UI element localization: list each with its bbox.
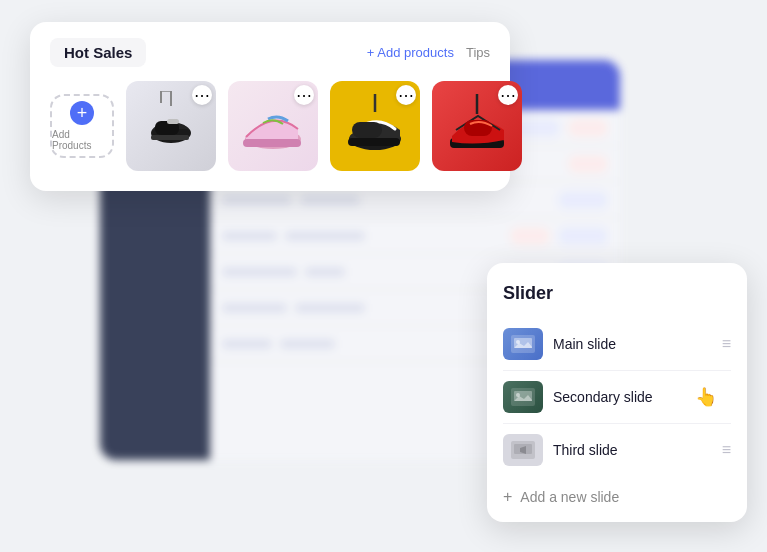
product-menu-icon-4[interactable]: ⋯ bbox=[498, 85, 518, 105]
product-menu-icon-2[interactable]: ⋯ bbox=[294, 85, 314, 105]
product-thumb-3: ⋯ bbox=[330, 81, 420, 171]
slide-item-third[interactable]: Third slide ≡ bbox=[503, 424, 731, 476]
svg-rect-6 bbox=[151, 135, 189, 140]
product-menu-icon-1[interactable]: ⋯ bbox=[192, 85, 212, 105]
product-menu-icon-3[interactable]: ⋯ bbox=[396, 85, 416, 105]
tips-button[interactable]: Tips bbox=[466, 45, 490, 60]
product-thumb-4: ⋯ bbox=[432, 81, 522, 171]
plus-circle-icon: + bbox=[70, 101, 94, 125]
add-slide-button[interactable]: + Add a new slide bbox=[503, 476, 731, 506]
svg-rect-8 bbox=[167, 119, 179, 124]
slide-menu-icon-third[interactable]: ≡ bbox=[722, 442, 731, 458]
add-products-button[interactable]: + Add products bbox=[367, 45, 454, 60]
slide-menu-icon-main[interactable]: ≡ bbox=[722, 336, 731, 352]
add-product-button[interactable]: + Add Products bbox=[50, 94, 114, 158]
svg-rect-14 bbox=[352, 122, 382, 138]
slide-thumb-secondary bbox=[503, 381, 543, 413]
svg-rect-10 bbox=[243, 139, 301, 147]
add-slide-plus-icon: + bbox=[503, 488, 512, 506]
product-thumb-1: ⋯ bbox=[126, 81, 216, 171]
slide-thumb-main bbox=[503, 328, 543, 360]
slider-title: Slider bbox=[503, 283, 731, 304]
add-product-label: Add Products bbox=[52, 129, 112, 151]
slide-label-third: Third slide bbox=[553, 442, 712, 458]
slide-thumb-third bbox=[503, 434, 543, 466]
hot-sales-title: Hot Sales bbox=[50, 38, 146, 67]
slider-card: Slider Main slide ≡ Secondary slide 👆 bbox=[487, 263, 747, 522]
slide-item-secondary[interactable]: Secondary slide 👆 bbox=[503, 371, 731, 424]
slide-label-main: Main slide bbox=[553, 336, 712, 352]
svg-rect-13 bbox=[348, 138, 400, 146]
cursor-hand-icon: 👆 bbox=[695, 386, 717, 408]
slide-item-main[interactable]: Main slide ≡ bbox=[503, 318, 731, 371]
hot-sales-card: Hot Sales + Add products Tips + Add Prod… bbox=[30, 22, 510, 191]
hot-sales-header: Hot Sales + Add products Tips bbox=[50, 38, 490, 67]
products-row: + Add Products bbox=[50, 81, 490, 171]
product-thumb-2: ⋯ bbox=[228, 81, 318, 171]
hot-sales-actions: + Add products Tips bbox=[367, 45, 490, 60]
add-slide-label: Add a new slide bbox=[520, 489, 619, 505]
